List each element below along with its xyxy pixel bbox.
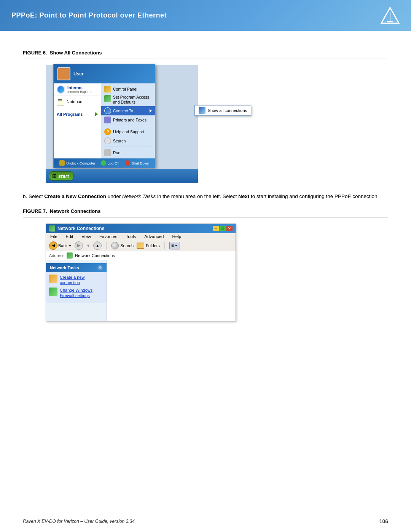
network-tasks-title: Network Tasks (50, 265, 79, 270)
help-icon: ? (104, 128, 111, 135)
menu-help[interactable]: Help (171, 234, 182, 239)
minimize-button[interactable]: ─ (213, 226, 219, 231)
submenu-show-connections[interactable]: Show all connections (194, 105, 251, 116)
win-titlebar: Network Connections ─ □ ✕ (46, 224, 236, 233)
start-menu-left-panel: Internet Internet Explorer Notepad (54, 83, 101, 158)
figure7-rule (23, 217, 388, 217)
right-divider1 (104, 126, 152, 126)
internet-explorer-icon (57, 85, 65, 94)
address-label: Address (49, 253, 64, 258)
logoff-icon (101, 160, 106, 166)
toolbar-search-group[interactable]: Search (111, 242, 134, 249)
menu-file[interactable]: File (49, 234, 59, 239)
all-programs-item[interactable]: All Programs (54, 110, 101, 118)
taskbar: ⊞ start (46, 169, 198, 183)
page-footer: Raven X EV-DO for Verizon – User Guide, … (0, 515, 411, 524)
folders-icon (137, 243, 144, 249)
figure6-label: FIGURE 6. Show All Connections (23, 50, 388, 56)
toolbar-sep2 (164, 242, 165, 249)
win-titlebar-icon (49, 225, 55, 232)
user-avatar-icon (57, 67, 70, 80)
menu-view[interactable]: View (80, 234, 92, 239)
create-connection-icon (49, 275, 57, 283)
set-program-item[interactable]: Set Program Access and Defaults (101, 94, 155, 106)
views-button[interactable]: ⊞▼ (169, 242, 180, 249)
internet-label-bold: Internet (67, 85, 93, 90)
notepad-label: Notepad (67, 99, 83, 104)
toolbar-back-group: ◀ Back ▼ (49, 241, 72, 250)
connect-to-icon (104, 107, 111, 114)
printers-item[interactable]: Printers and Faxes (101, 115, 155, 125)
page-header: PPPoE: Point to Point Protocol over Ethe… (0, 0, 411, 31)
network-tasks-items: Create a new connection Change Windows F… (46, 272, 107, 303)
close-button[interactable]: ✕ (226, 226, 233, 231)
firewall-icon (49, 288, 57, 296)
figure6-rule (23, 59, 388, 59)
page-content: FIGURE 6. Show All Connections User (0, 31, 411, 333)
win-toolbar: ◀ Back ▼ ▶ ▼ ▲ Search Folders ⊞▼ (46, 240, 236, 251)
menu-favorites[interactable]: Favorites (98, 234, 118, 239)
paragraph-b: b. Select Create a New Connection under … (23, 192, 388, 201)
run-icon (104, 149, 111, 156)
fig7-window: Network Connections ─ □ ✕ File Edit View… (46, 224, 236, 321)
connect-to-label: Connect To (113, 109, 133, 113)
help-label: Help and Support (113, 129, 144, 134)
back-button[interactable]: ◀ (49, 241, 57, 250)
start-menu-notepad-item[interactable]: Notepad (54, 96, 101, 107)
start-flag-icon: ⊞ (52, 173, 57, 179)
control-panel-item[interactable]: Control Panel (101, 85, 155, 94)
shutdown-button[interactable]: Shut Down (125, 160, 149, 166)
maximize-button[interactable]: □ (220, 226, 226, 231)
show-connections-label: Show all connections (208, 108, 247, 113)
forward-button[interactable]: ▶ (75, 241, 83, 250)
win-titlebar-left: Network Connections (49, 225, 104, 232)
printers-icon (104, 117, 111, 123)
firewall-item[interactable]: Change Windows Firewall settings (49, 288, 104, 299)
forward-dropdown-icon[interactable]: ▼ (86, 243, 90, 248)
start-button-label: start (58, 173, 69, 179)
menu-edit[interactable]: Edit (65, 234, 75, 239)
create-connection-item[interactable]: Create a new connection (49, 275, 104, 286)
all-programs-arrow-icon (95, 112, 98, 117)
collapse-button[interactable]: ⊙ (97, 265, 103, 270)
start-menu-bottom-bar: Undock Computer Log Off Shut Down (54, 158, 155, 168)
figure7-label: FIGURE 7. Network Connections (23, 208, 388, 214)
start-menu-right-panel: Control Panel Set Program Access and Def… (101, 83, 155, 158)
win-content: Network Tasks ⊙ Create a new connection … (46, 260, 236, 321)
logoff-button[interactable]: Log Off (101, 160, 119, 166)
footer-text: Raven X EV-DO for Verizon – User Guide, … (23, 519, 135, 524)
start-button[interactable]: ⊞ start (49, 171, 74, 181)
run-item[interactable]: Run... (101, 148, 155, 157)
page-number: 106 (379, 518, 388, 524)
network-tasks-panel: Network Tasks ⊙ Create a new connection … (46, 260, 107, 321)
win-addressbar: Address Network Connections (46, 251, 236, 260)
address-text: Network Connections (75, 253, 115, 258)
connect-to-arrow-icon (150, 109, 152, 113)
toolbar-folders-group[interactable]: Folders (137, 243, 160, 249)
main-content-area (107, 260, 236, 321)
up-button[interactable]: ▲ (93, 241, 102, 250)
win-menubar: File Edit View Favorites Tools Advanced … (46, 233, 236, 240)
notepad-icon (57, 98, 64, 105)
internet-item-label: Internet Internet Explorer (67, 85, 93, 94)
start-menu-body: Internet Internet Explorer Notepad (54, 83, 155, 158)
company-logo-icon (381, 7, 400, 24)
win-titlebar-buttons: ─ □ ✕ (213, 226, 233, 231)
start-menu[interactable]: User Internet Internet Explorer (53, 64, 155, 168)
help-item[interactable]: ? Help and Support (101, 127, 155, 136)
create-connection-label: Create a new connection (60, 275, 104, 286)
undock-icon (59, 160, 65, 166)
menu-advanced[interactable]: Advanced (143, 234, 165, 239)
menu-tools[interactable]: Tools (124, 234, 137, 239)
win-titlebar-text: Network Connections (57, 226, 104, 231)
undock-label: Undock Computer (66, 161, 96, 165)
control-panel-icon (104, 86, 111, 93)
start-menu-internet-item[interactable]: Internet Internet Explorer (54, 83, 101, 96)
firewall-label: Change Windows Firewall settings (60, 288, 104, 299)
back-label: Back (58, 243, 67, 248)
control-panel-label: Control Panel (113, 87, 137, 91)
back-dropdown-icon[interactable]: ▼ (68, 244, 72, 248)
search-item[interactable]: Search (101, 136, 155, 145)
connect-to-item[interactable]: Connect To (101, 106, 155, 115)
undock-button[interactable]: Undock Computer (59, 160, 96, 166)
